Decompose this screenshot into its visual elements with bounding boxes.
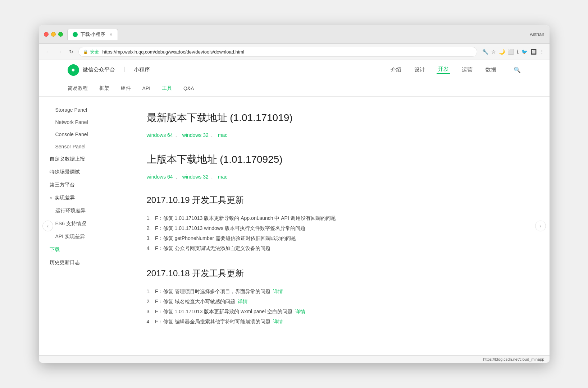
- secure-label: 安全: [90, 49, 99, 55]
- nav-link-ops[interactable]: 运营: [460, 66, 474, 73]
- brand-name: 微信公众平台: [83, 66, 115, 73]
- sidebar-item-diff[interactable]: ∨ 实现差异: [39, 191, 125, 204]
- detail-link-4[interactable]: 详情: [273, 319, 283, 324]
- tab-bar: 下载·小程序 ✕: [67, 29, 526, 40]
- nav-link-dev[interactable]: 开发: [437, 66, 450, 74]
- sep-2: 、: [211, 132, 216, 138]
- sidebar-item-console-panel[interactable]: Console Panel: [39, 128, 125, 140]
- maximize-button[interactable]: [58, 32, 63, 37]
- address-input[interactable]: 🔒 安全 https://mp.weixin.qq.com/debug/wxad…: [78, 47, 477, 57]
- list-item: F：修复 getPhoneNumber 需要短信验证时依旧回调成功的问题: [147, 233, 528, 243]
- search-icon[interactable]: 🔍: [514, 66, 521, 73]
- prev-win32-link[interactable]: windows 32: [182, 174, 209, 180]
- nav-link-intro[interactable]: 介绍: [389, 66, 403, 73]
- tab-label: 下载·小程序: [81, 31, 105, 38]
- sep-3: 、: [175, 174, 180, 180]
- brand-sub: 小程序: [134, 66, 150, 73]
- address-icons: 🔧 ☆ 🌙 ⬜ ℹ 🐦 🔲 ⋮: [482, 49, 544, 55]
- browser-tab[interactable]: 下载·小程序 ✕: [67, 29, 118, 40]
- bookmark-icon[interactable]: ☆: [491, 49, 496, 55]
- url-display: https://mp.weixin.qq.com/debug/wxadoc/de…: [102, 49, 245, 55]
- nav-arrow-right[interactable]: ›: [535, 221, 546, 231]
- nav-link-design[interactable]: 设计: [413, 66, 427, 73]
- list-item: F：修复 管理项目时选择多个项目，界面异常的问题 详情: [147, 286, 528, 296]
- update-item-text: F：修复 1.01.171013 windows 版本可执行文件数字签名异常的问…: [155, 225, 305, 231]
- list-item: F：修复 公众号网页调试无法添加自定义设备的问题: [147, 243, 528, 253]
- wechat-icon: ●: [71, 66, 75, 74]
- sidebar-item-special-scene[interactable]: 特殊场景调试: [39, 166, 125, 179]
- sidebar-item-third-party[interactable]: 第三方平台: [39, 179, 125, 191]
- sidebar-item-runtime-diff[interactable]: 运行环境差异: [39, 204, 125, 217]
- latest-version-title: 最新版本下载地址 (1.01.171019): [147, 111, 528, 125]
- browser-window: 下载·小程序 ✕ Astrian ← → ↻ 🔒 安全 https://mp.w…: [39, 25, 550, 363]
- refresh-button[interactable]: ↻: [67, 47, 76, 56]
- sidebar-item-download[interactable]: 下载: [39, 243, 125, 256]
- sidebar-item-network-panel[interactable]: Network Panel: [39, 116, 125, 128]
- nav-arrow-left[interactable]: ‹: [42, 221, 53, 231]
- title-bar: 下载·小程序 ✕ Astrian: [39, 25, 550, 44]
- sub-nav-qa[interactable]: Q&A: [183, 86, 194, 91]
- minimize-button[interactable]: [51, 32, 56, 37]
- detail-link-3[interactable]: 详情: [295, 309, 305, 314]
- extension-icon-2[interactable]: 🌙: [499, 49, 505, 55]
- main-content: 最新版本下载地址 (1.01.171019) windows 64 、 wind…: [125, 97, 550, 355]
- extension-icon-4[interactable]: 🐦: [521, 49, 528, 55]
- traffic-lights: [44, 32, 63, 37]
- update-item-text: F：修复 getPhoneNumber 需要短信验证时依旧回调成功的问题: [155, 235, 296, 241]
- update-item-text: F：修复 1.01.171013 版本更新导致的 App.onLaunch 中 …: [155, 215, 336, 221]
- forward-button[interactable]: →: [55, 47, 64, 56]
- list-item: F：修复 编辑器全局搜索其他字符时可能崩溃的问题 详情: [147, 317, 528, 327]
- prev-mac-link[interactable]: mac: [218, 174, 227, 180]
- sub-nav-framework[interactable]: 框架: [99, 85, 109, 92]
- chevron-icon: ∨: [50, 196, 53, 200]
- close-button[interactable]: [44, 32, 49, 37]
- update-item-text: F：修复 管理项目时选择多个项目，界面异常的问题: [155, 288, 270, 294]
- update-section-1: 2017.10.19 开发工具更新 F：修复 1.01.171013 版本更新导…: [147, 194, 528, 253]
- tab-close-button[interactable]: ✕: [109, 32, 113, 37]
- extension-icon-1[interactable]: 🔧: [482, 49, 488, 55]
- sidebar-item-api-diff[interactable]: API 实现差异: [39, 230, 125, 243]
- extension-icon-5[interactable]: 🔲: [530, 49, 537, 55]
- lock-icon: 🔒: [83, 50, 88, 54]
- update-title-1: 2017.10.19 开发工具更新: [147, 194, 528, 206]
- sub-nav-components[interactable]: 组件: [121, 85, 131, 92]
- latest-win64-link[interactable]: windows 64: [147, 132, 173, 138]
- sub-nav: 简易教程 框架 组件 API 工具 Q&A: [39, 80, 550, 97]
- update-title-2: 2017.10.18 开发工具更新: [147, 268, 528, 279]
- latest-mac-link[interactable]: mac: [218, 132, 227, 138]
- sub-nav-tools[interactable]: 工具: [162, 85, 172, 92]
- list-item: F：修复 域名检查大小写敏感的问题 详情: [147, 296, 528, 306]
- latest-download-links: windows 64 、 windows 32 、 mac: [147, 132, 528, 138]
- update-section-2: 2017.10.18 开发工具更新 F：修复 管理项目时选择多个项目，界面异常的…: [147, 268, 528, 327]
- sub-nav-tutorial[interactable]: 简易教程: [68, 85, 88, 92]
- detail-link-2[interactable]: 详情: [238, 299, 248, 304]
- sub-nav-api[interactable]: API: [142, 86, 151, 91]
- previous-version-title: 上版本下载地址 (1.01.170925): [147, 153, 528, 166]
- back-button[interactable]: ←: [44, 47, 53, 56]
- menu-icon[interactable]: ⋮: [539, 49, 544, 55]
- latest-win32-link[interactable]: windows 32: [182, 132, 209, 138]
- title-bar-user: Astrian: [530, 32, 544, 37]
- main-nav-links: 介绍 设计 开发 运营 数据 🔍: [389, 66, 521, 74]
- status-bar: https://blog.csdn.net/cloud_minapp: [39, 355, 550, 363]
- list-item: F：修复 1.01.171013 版本更新导致的 App.onLaunch 中 …: [147, 213, 528, 223]
- list-item: F：修复 1.01.171013 版本更新导致的 wxml panel 空白的问…: [147, 306, 528, 317]
- brand-logo: ●: [68, 64, 79, 76]
- brand: ● 微信公众平台 丨 小程序: [68, 64, 150, 76]
- nav-link-data[interactable]: 数据: [484, 66, 498, 73]
- sidebar-item-storage-panel[interactable]: Storage Panel: [39, 104, 125, 116]
- extension-icon-3[interactable]: ⬜: [508, 49, 514, 55]
- sidebar-item-sensor-panel[interactable]: Sensor Panel: [39, 140, 125, 153]
- sidebar-item-custom-data[interactable]: 自定义数据上报: [39, 153, 125, 166]
- update-item-text: F：修复 域名检查大小写敏感的问题: [155, 299, 235, 304]
- sidebar-item-changelog[interactable]: 历史更新日志: [39, 256, 125, 269]
- update-item-text: F：修复 编辑器全局搜索其他字符时可能崩溃的问题: [155, 319, 270, 324]
- update-item-text: F：修复 公众号网页调试无法添加自定义设备的问题: [155, 245, 270, 251]
- update-item-text: F：修复 1.01.171013 版本更新导致的 wxml panel 空白的问…: [155, 309, 292, 314]
- address-bar: ← → ↻ 🔒 安全 https://mp.weixin.qq.com/debu…: [39, 44, 550, 60]
- status-url: https://blog.csdn.net/cloud_minapp: [483, 357, 544, 361]
- prev-win64-link[interactable]: windows 64: [147, 174, 173, 180]
- info-icon[interactable]: ℹ: [517, 49, 519, 55]
- list-item: F：修复 1.01.171013 windows 版本可执行文件数字签名异常的问…: [147, 223, 528, 233]
- detail-link-1[interactable]: 详情: [273, 288, 283, 294]
